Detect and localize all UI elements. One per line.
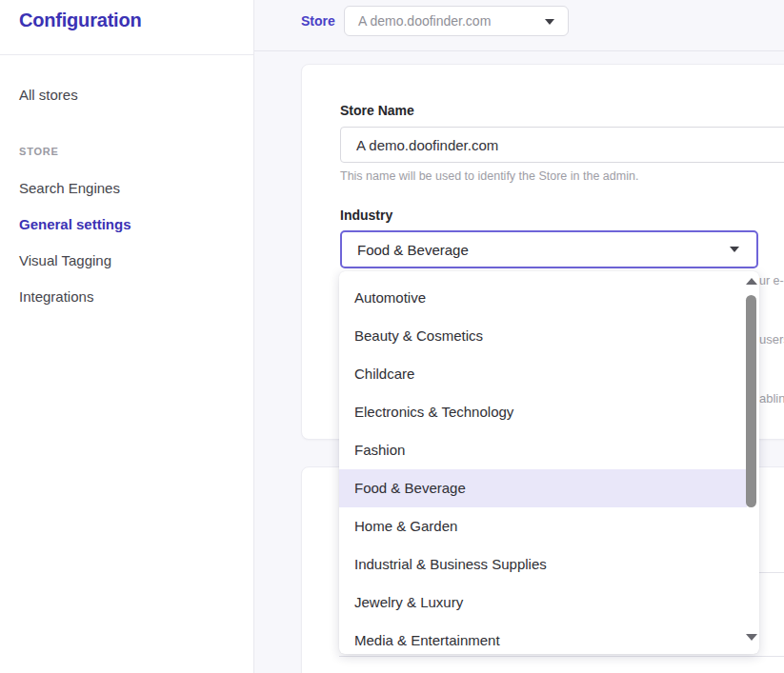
- store-name-helper: This name will be used to identify the S…: [340, 169, 638, 183]
- scrollbar-thumb[interactable]: [746, 295, 756, 507]
- dropdown-option[interactable]: Childcare: [339, 355, 747, 393]
- chevron-down-icon: [730, 247, 739, 252]
- store-name-input[interactable]: [340, 127, 784, 163]
- industry-dropdown-menu: Automotive Beauty & Cosmetics Childcare …: [339, 271, 759, 654]
- dropdown-option[interactable]: Media & Entertainment: [339, 622, 747, 654]
- scroll-down-icon[interactable]: [746, 634, 757, 641]
- store-select-value: A demo.doofinder.com: [358, 13, 491, 29]
- hidden-field-border: [339, 656, 784, 657]
- sidebar-header-divider: [0, 54, 253, 55]
- dropdown-option[interactable]: Automotive: [339, 279, 747, 317]
- dropdown-option[interactable]: Home & Garden: [339, 507, 747, 545]
- configuration-page: Configuration All stores STORE Search En…: [0, 0, 784, 673]
- obscured-text-fragment: users: [759, 332, 784, 346]
- dropdown-option[interactable]: Beauty & Cosmetics: [339, 317, 747, 355]
- store-picker-label: Store: [301, 13, 335, 29]
- dropdown-option[interactable]: Electronics & Technology: [339, 393, 747, 431]
- obscured-text-fragment: abling: [759, 391, 784, 406]
- chevron-down-icon: [545, 19, 554, 25]
- dropdown-scrollbar[interactable]: [746, 271, 757, 654]
- scroll-up-icon[interactable]: [746, 278, 757, 285]
- sidebar-item[interactable]: Visual Tagging: [19, 252, 131, 267]
- sidebar-item[interactable]: General settings: [19, 216, 131, 231]
- industry-option-list: Automotive Beauty & Cosmetics Childcare …: [339, 271, 759, 654]
- industry-label: Industry: [340, 208, 392, 223]
- store-name-label: Store Name: [340, 103, 414, 118]
- sidebar: Configuration All stores STORE Search En…: [0, 0, 253, 673]
- sidebar-item[interactable]: Search Engines: [19, 180, 131, 195]
- sidebar-item-all-stores[interactable]: All stores: [19, 87, 78, 103]
- dropdown-option[interactable]: Fashion: [339, 431, 747, 469]
- page-title: Configuration: [19, 10, 141, 31]
- sidebar-section-label: STORE: [19, 146, 59, 157]
- sidebar-item[interactable]: Integrations: [19, 288, 131, 304]
- dropdown-option[interactable]: Food & Beverage: [339, 469, 747, 507]
- content-area: Store A demo.doofinder.com Store Name Th…: [254, 0, 784, 673]
- obscured-text-fragment: ur e-c: [759, 274, 784, 287]
- industry-select-value: Food & Beverage: [357, 242, 469, 258]
- sidebar-nav: Search Engines General settings Visual T…: [19, 180, 131, 325]
- vertical-divider: [253, 0, 254, 673]
- industry-select[interactable]: Food & Beverage: [340, 230, 758, 268]
- dropdown-option[interactable]: Jewelry & Luxury: [339, 584, 747, 622]
- store-select[interactable]: A demo.doofinder.com: [344, 6, 569, 36]
- dropdown-option[interactable]: Industrial & Business Supplies: [339, 545, 747, 584]
- header-divider: [254, 50, 784, 51]
